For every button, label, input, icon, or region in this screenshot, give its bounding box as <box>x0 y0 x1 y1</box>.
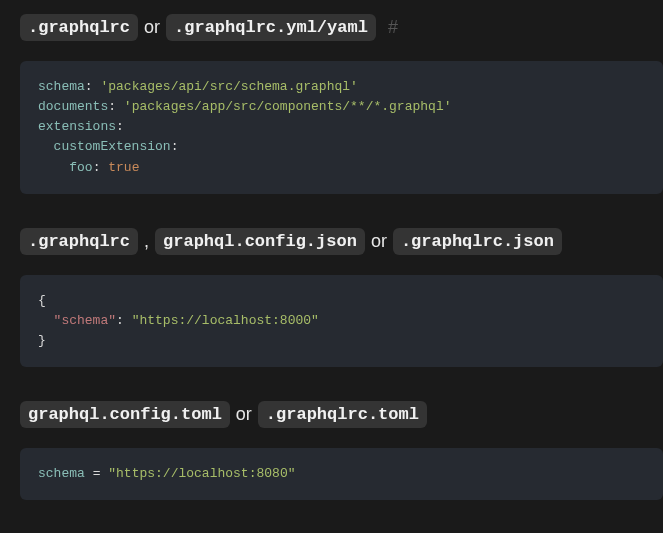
section-heading: .graphqlrc or .graphqlrc.yml/yaml # <box>20 14 663 41</box>
code-block-json: { "schema": "https://localhost:8000" } <box>20 275 663 367</box>
filename-code: .graphqlrc <box>20 228 138 255</box>
toml-string: "https://localhost:8080" <box>108 466 295 481</box>
section-heading: .graphqlrc, graphql.config.json or .grap… <box>20 228 663 255</box>
heading-separator: , <box>144 231 149 252</box>
yaml-string: 'packages/api/src/schema.graphql' <box>100 79 357 94</box>
section-heading: graphql.config.toml or .graphqlrc.toml <box>20 401 663 428</box>
filename-code: graphql.config.json <box>155 228 365 255</box>
filename-code: .graphqlrc.toml <box>258 401 427 428</box>
config-section-toml: graphql.config.toml or .graphqlrc.toml s… <box>20 401 663 500</box>
heading-separator: or <box>236 404 252 425</box>
toml-equals: = <box>93 466 101 481</box>
config-section-yaml: .graphqlrc or .graphqlrc.yml/yaml # sche… <box>20 14 663 194</box>
code-block-toml: schema = "https://localhost:8080" <box>20 448 663 500</box>
yaml-key: foo <box>69 160 92 175</box>
filename-code: .graphqlrc.yml/yaml <box>166 14 376 41</box>
heading-separator: or <box>144 17 160 38</box>
filename-code: .graphqlrc.json <box>393 228 562 255</box>
filename-code: graphql.config.toml <box>20 401 230 428</box>
code-block-yaml: schema: 'packages/api/src/schema.graphql… <box>20 61 663 194</box>
json-brace: } <box>38 333 46 348</box>
yaml-boolean: true <box>108 160 139 175</box>
config-section-json: .graphqlrc, graphql.config.json or .grap… <box>20 228 663 367</box>
filename-code: .graphqlrc <box>20 14 138 41</box>
yaml-key: documents <box>38 99 108 114</box>
yaml-string: 'packages/app/src/components/**/*.graphq… <box>124 99 452 114</box>
json-key: "schema" <box>54 313 116 328</box>
json-string: "https://localhost:8000" <box>132 313 319 328</box>
toml-key: schema <box>38 466 85 481</box>
json-brace: { <box>38 293 46 308</box>
yaml-key: customExtension <box>54 139 171 154</box>
heading-separator: or <box>371 231 387 252</box>
yaml-key: schema <box>38 79 85 94</box>
yaml-key: extensions <box>38 119 116 134</box>
anchor-hash-icon[interactable]: # <box>388 17 398 38</box>
